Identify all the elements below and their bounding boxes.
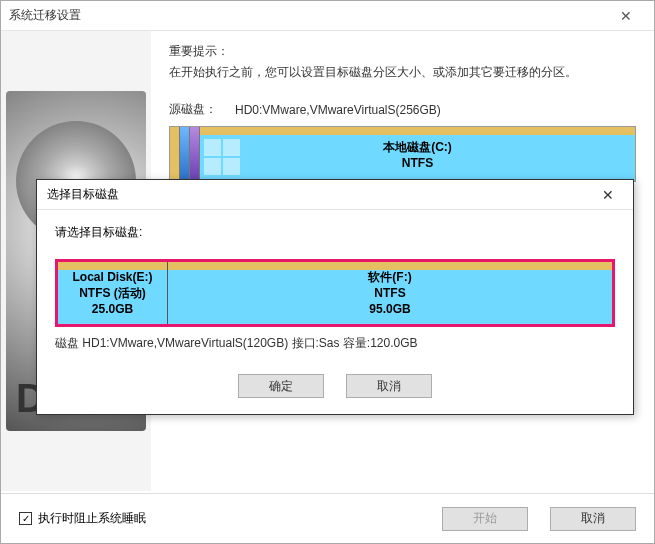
sleep-checkbox-label: 执行时阻止系统睡眠 <box>38 510 146 527</box>
target-partition-e[interactable]: Local Disk(E:) NTFS (活动) 25.0GB <box>58 262 168 324</box>
source-row: 源磁盘： HD0:VMware,VMwareVirtualS(256GB) <box>169 101 636 118</box>
partition-stub-1 <box>170 127 180 181</box>
source-disk-bar: 本地磁盘(C:) NTFS <box>169 126 636 182</box>
target-partition-f[interactable]: 软件(F:) NTFS 95.0GB <box>168 262 612 324</box>
target-disk-info: 磁盘 HD1:VMware,VMwareVirtualS(120GB) 接口:S… <box>55 335 615 352</box>
footer-bar: ✓ 执行时阻止系统睡眠 开始 取消 <box>1 493 654 543</box>
cancel-button[interactable]: 取消 <box>550 507 636 531</box>
source-disk-name: HD0:VMware,VMwareVirtualS(256GB) <box>235 103 441 117</box>
source-part-name: 本地磁盘(C:) <box>383 139 452 156</box>
modal-body: 请选择目标磁盘: Local Disk(E:) NTFS (活动) 25.0GB… <box>37 210 633 414</box>
close-icon[interactable]: ✕ <box>606 2 646 30</box>
main-titlebar: 系统迁移设置 ✕ <box>1 1 654 31</box>
modal-ok-button[interactable]: 确定 <box>238 374 324 398</box>
start-button[interactable]: 开始 <box>442 507 528 531</box>
modal-titlebar: 选择目标磁盘 ✕ <box>37 180 633 210</box>
main-window: 系统迁移设置 ✕ 重要提示： 在开始执行之前，您可以设置目标磁盘分区大小、或添加… <box>0 0 655 544</box>
modal-title: 选择目标磁盘 <box>47 186 593 203</box>
modal-button-row: 确定 取消 <box>55 374 615 398</box>
source-partition-main[interactable]: 本地磁盘(C:) NTFS <box>200 127 635 181</box>
source-part-fs: NTFS <box>402 156 433 170</box>
partition-fs: NTFS (活动) <box>79 285 146 301</box>
partition-fs: NTFS <box>374 285 405 301</box>
partition-stub-3 <box>190 127 200 181</box>
select-target-disk-dialog: 选择目标磁盘 ✕ 请选择目标磁盘: Local Disk(E:) NTFS (活… <box>36 179 634 415</box>
target-disk-highlight: Local Disk(E:) NTFS (活动) 25.0GB 软件(F:) N… <box>55 259 615 327</box>
partition-size: 95.0GB <box>369 301 410 317</box>
partition-stub-2 <box>180 127 190 181</box>
checkbox-icon[interactable]: ✓ <box>19 512 32 525</box>
windows-icon <box>204 139 240 175</box>
source-label: 源磁盘： <box>169 101 217 118</box>
modal-close-icon[interactable]: ✕ <box>593 187 623 203</box>
description-text: 在开始执行之前，您可以设置目标磁盘分区大小、或添加其它要迁移的分区。 <box>169 64 636 81</box>
modal-cancel-button[interactable]: 取消 <box>346 374 432 398</box>
target-disk-bar[interactable]: Local Disk(E:) NTFS (活动) 25.0GB 软件(F:) N… <box>58 262 612 324</box>
sleep-checkbox-row[interactable]: ✓ 执行时阻止系统睡眠 <box>19 510 146 527</box>
window-title: 系统迁移设置 <box>9 7 606 24</box>
modal-prompt: 请选择目标磁盘: <box>55 224 615 241</box>
important-label: 重要提示： <box>169 43 636 60</box>
partition-name: 软件(F:) <box>368 269 411 285</box>
partition-size: 25.0GB <box>92 301 133 317</box>
partition-name: Local Disk(E:) <box>72 269 152 285</box>
